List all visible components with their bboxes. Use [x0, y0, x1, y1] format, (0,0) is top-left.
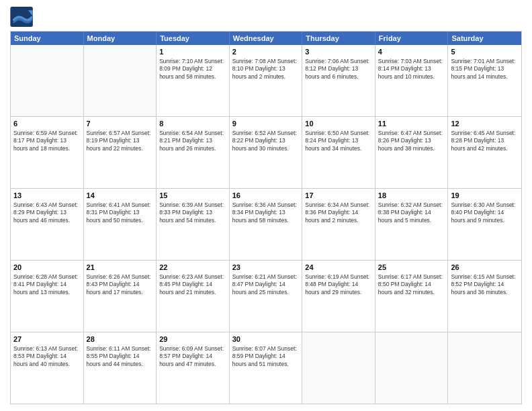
day-number: 15	[159, 191, 226, 201]
day-info: Sunrise: 6:30 AM Sunset: 8:40 PM Dayligh…	[451, 201, 519, 224]
day-number: 2	[232, 47, 300, 57]
day-number: 10	[305, 119, 372, 129]
day-number: 7	[87, 119, 154, 129]
calendar-week-row: 20Sunrise: 6:28 AM Sunset: 8:41 PM Dayli…	[11, 260, 521, 332]
calendar-cell: 13Sunrise: 6:43 AM Sunset: 8:29 PM Dayli…	[11, 189, 84, 260]
day-info: Sunrise: 6:28 AM Sunset: 8:41 PM Dayligh…	[13, 273, 81, 296]
calendar-cell: 18Sunrise: 6:32 AM Sunset: 8:38 PM Dayli…	[375, 189, 449, 260]
day-number: 30	[232, 334, 300, 345]
day-info: Sunrise: 6:26 AM Sunset: 8:43 PM Dayligh…	[87, 273, 154, 296]
calendar-cell: 22Sunrise: 6:23 AM Sunset: 8:45 PM Dayli…	[157, 261, 230, 332]
day-number: 14	[87, 191, 154, 201]
calendar-cell: 17Sunrise: 6:34 AM Sunset: 8:36 PM Dayli…	[302, 189, 375, 260]
calendar-cell: 4Sunrise: 7:03 AM Sunset: 8:14 PM Daylig…	[375, 45, 449, 116]
day-info: Sunrise: 7:10 AM Sunset: 8:09 PM Dayligh…	[159, 58, 226, 81]
day-info: Sunrise: 6:41 AM Sunset: 8:31 PM Dayligh…	[87, 201, 154, 224]
calendar-body: 1Sunrise: 7:10 AM Sunset: 8:09 PM Daylig…	[11, 45, 521, 404]
day-info: Sunrise: 6:07 AM Sunset: 8:59 PM Dayligh…	[232, 345, 300, 368]
calendar-week-row: 6Sunrise: 6:59 AM Sunset: 8:17 PM Daylig…	[11, 116, 521, 188]
page: SundayMondayTuesdayWednesdayThursdayFrid…	[0, 0, 532, 411]
day-info: Sunrise: 6:57 AM Sunset: 8:19 PM Dayligh…	[87, 130, 154, 152]
calendar-cell: 14Sunrise: 6:41 AM Sunset: 8:31 PM Dayli…	[84, 189, 157, 260]
day-info: Sunrise: 6:39 AM Sunset: 8:33 PM Dayligh…	[159, 201, 226, 224]
calendar-header-cell: Thursday	[302, 32, 375, 45]
day-number: 11	[378, 119, 445, 129]
calendar-cell: 28Sunrise: 6:11 AM Sunset: 8:55 PM Dayli…	[84, 332, 157, 404]
calendar-cell	[448, 332, 521, 404]
day-info: Sunrise: 6:36 AM Sunset: 8:34 PM Dayligh…	[232, 201, 300, 224]
calendar-cell	[84, 45, 157, 116]
calendar-cell: 27Sunrise: 6:13 AM Sunset: 8:53 PM Dayli…	[11, 332, 84, 404]
day-info: Sunrise: 7:06 AM Sunset: 8:12 PM Dayligh…	[305, 58, 372, 81]
calendar-cell: 5Sunrise: 7:01 AM Sunset: 8:15 PM Daylig…	[448, 45, 521, 116]
day-number: 6	[13, 119, 81, 129]
calendar-cell: 15Sunrise: 6:39 AM Sunset: 8:33 PM Dayli…	[157, 189, 230, 260]
day-number: 20	[13, 263, 81, 273]
calendar-cell: 8Sunrise: 6:54 AM Sunset: 8:21 PM Daylig…	[157, 117, 230, 188]
logo	[10, 7, 37, 27]
calendar-cell: 6Sunrise: 6:59 AM Sunset: 8:17 PM Daylig…	[11, 117, 84, 188]
day-number: 24	[305, 263, 372, 273]
day-number: 12	[451, 119, 519, 129]
day-info: Sunrise: 6:11 AM Sunset: 8:55 PM Dayligh…	[87, 345, 154, 368]
day-number: 3	[305, 47, 372, 57]
day-info: Sunrise: 6:54 AM Sunset: 8:21 PM Dayligh…	[159, 130, 226, 152]
day-number: 27	[13, 334, 81, 345]
day-number: 25	[378, 263, 445, 273]
day-number: 18	[378, 191, 445, 201]
day-info: Sunrise: 6:21 AM Sunset: 8:47 PM Dayligh…	[232, 273, 300, 296]
calendar-cell: 20Sunrise: 6:28 AM Sunset: 8:41 PM Dayli…	[11, 261, 84, 332]
calendar-week-row: 27Sunrise: 6:13 AM Sunset: 8:53 PM Dayli…	[11, 332, 521, 404]
calendar-header-cell: Wednesday	[230, 32, 303, 45]
calendar: SundayMondayTuesdayWednesdayThursdayFrid…	[10, 31, 522, 404]
day-info: Sunrise: 7:01 AM Sunset: 8:15 PM Dayligh…	[451, 58, 519, 81]
day-info: Sunrise: 6:17 AM Sunset: 8:50 PM Dayligh…	[378, 273, 445, 296]
calendar-cell: 16Sunrise: 6:36 AM Sunset: 8:34 PM Dayli…	[230, 189, 303, 260]
day-number: 9	[232, 119, 300, 129]
calendar-header-cell: Friday	[375, 32, 449, 45]
day-info: Sunrise: 7:03 AM Sunset: 8:14 PM Dayligh…	[378, 58, 445, 81]
day-number: 17	[305, 191, 372, 201]
day-info: Sunrise: 6:45 AM Sunset: 8:28 PM Dayligh…	[451, 130, 519, 152]
day-info: Sunrise: 6:09 AM Sunset: 8:57 PM Dayligh…	[159, 345, 226, 368]
day-number: 29	[159, 334, 226, 345]
logo-icon	[10, 7, 34, 27]
day-info: Sunrise: 6:23 AM Sunset: 8:45 PM Dayligh…	[159, 273, 226, 296]
calendar-cell: 2Sunrise: 7:08 AM Sunset: 8:10 PM Daylig…	[230, 45, 303, 116]
calendar-cell	[375, 332, 449, 404]
day-info: Sunrise: 6:47 AM Sunset: 8:26 PM Dayligh…	[378, 130, 445, 152]
day-number: 21	[87, 263, 154, 273]
day-number: 28	[87, 334, 154, 345]
day-number: 16	[232, 191, 300, 201]
calendar-cell: 24Sunrise: 6:19 AM Sunset: 8:48 PM Dayli…	[302, 261, 375, 332]
calendar-cell: 10Sunrise: 6:50 AM Sunset: 8:24 PM Dayli…	[302, 117, 375, 188]
calendar-cell	[302, 332, 375, 404]
header	[10, 7, 522, 27]
calendar-cell	[11, 45, 84, 116]
calendar-header-row: SundayMondayTuesdayWednesdayThursdayFrid…	[11, 32, 521, 45]
calendar-cell: 9Sunrise: 6:52 AM Sunset: 8:22 PM Daylig…	[230, 117, 303, 188]
day-number: 4	[378, 47, 445, 57]
day-number: 23	[232, 263, 300, 273]
calendar-cell: 26Sunrise: 6:15 AM Sunset: 8:52 PM Dayli…	[448, 261, 521, 332]
day-info: Sunrise: 6:13 AM Sunset: 8:53 PM Dayligh…	[13, 345, 81, 368]
calendar-cell: 7Sunrise: 6:57 AM Sunset: 8:19 PM Daylig…	[84, 117, 157, 188]
day-info: Sunrise: 6:15 AM Sunset: 8:52 PM Dayligh…	[451, 273, 519, 296]
calendar-cell: 30Sunrise: 6:07 AM Sunset: 8:59 PM Dayli…	[230, 332, 303, 404]
calendar-header-cell: Sunday	[11, 32, 84, 45]
calendar-header-cell: Monday	[84, 32, 157, 45]
day-number: 19	[451, 191, 519, 201]
day-number: 5	[451, 47, 519, 57]
day-number: 13	[13, 191, 81, 201]
calendar-header-cell: Tuesday	[157, 32, 230, 45]
day-number: 22	[159, 263, 226, 273]
calendar-header-cell: Saturday	[448, 32, 521, 45]
day-info: Sunrise: 6:34 AM Sunset: 8:36 PM Dayligh…	[305, 201, 372, 224]
day-info: Sunrise: 6:52 AM Sunset: 8:22 PM Dayligh…	[232, 130, 300, 152]
calendar-cell: 11Sunrise: 6:47 AM Sunset: 8:26 PM Dayli…	[375, 117, 449, 188]
calendar-cell: 23Sunrise: 6:21 AM Sunset: 8:47 PM Dayli…	[230, 261, 303, 332]
day-info: Sunrise: 7:08 AM Sunset: 8:10 PM Dayligh…	[232, 58, 300, 81]
day-info: Sunrise: 6:43 AM Sunset: 8:29 PM Dayligh…	[13, 201, 81, 224]
calendar-week-row: 13Sunrise: 6:43 AM Sunset: 8:29 PM Dayli…	[11, 188, 521, 260]
day-info: Sunrise: 6:59 AM Sunset: 8:17 PM Dayligh…	[13, 130, 81, 152]
